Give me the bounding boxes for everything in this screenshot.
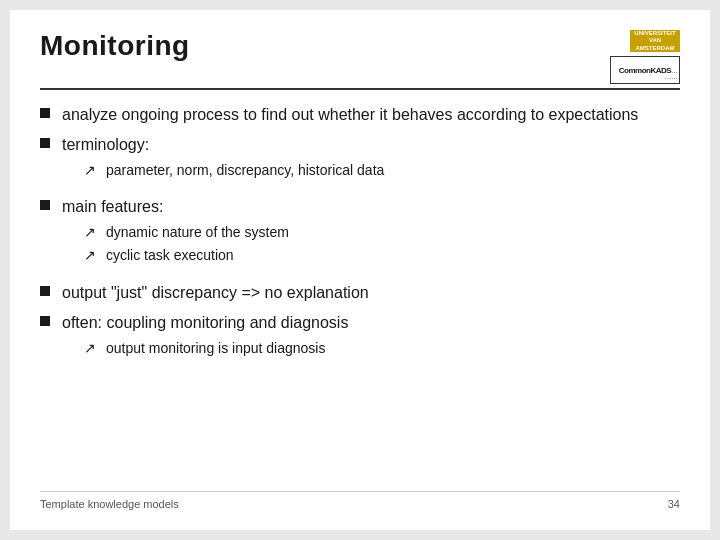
- bullet-text: output "just" discrepancy => no explanat…: [62, 282, 369, 304]
- bullet-item: terminology: ↗ parameter, norm, discrepa…: [40, 134, 680, 188]
- sub-text: dynamic nature of the system: [106, 223, 289, 243]
- sub-item: ↗ cyclic task execution: [84, 246, 289, 266]
- footer-page-number: 34: [668, 498, 680, 510]
- bullet-square-icon: [40, 138, 50, 148]
- arrow-icon: ↗: [84, 247, 96, 263]
- bullet-text: often: coupling monitoring and diagnosis: [62, 314, 348, 331]
- bullet-with-subs: often: coupling monitoring and diagnosis…: [62, 312, 348, 366]
- bullet-square-icon: [40, 108, 50, 118]
- sub-text: output monitoring is input diagnosis: [106, 339, 325, 359]
- sub-item: ↗ output monitoring is input diagnosis: [84, 339, 348, 359]
- arrow-icon: ↗: [84, 162, 96, 178]
- sub-list: ↗ parameter, norm, discrepancy, historic…: [84, 161, 384, 181]
- sub-item: ↗ parameter, norm, discrepancy, historic…: [84, 161, 384, 181]
- bullet-text: terminology:: [62, 136, 149, 153]
- header: Monitoring UNIVERSITEIT VAN AMSTERDAM Co…: [40, 30, 680, 84]
- bullet-with-subs: main features: ↗ dynamic nature of the s…: [62, 196, 289, 274]
- bullet-item: output "just" discrepancy => no explanat…: [40, 282, 680, 304]
- bullet-item: main features: ↗ dynamic nature of the s…: [40, 196, 680, 274]
- sub-item: ↗ dynamic nature of the system: [84, 223, 289, 243]
- commonkads-logo: CommonKADS · · · · · ·· · · · · ·: [610, 56, 680, 84]
- bullet-item: analyze ongoing process to find out whet…: [40, 104, 680, 126]
- bullet-text: analyze ongoing process to find out whet…: [62, 104, 638, 126]
- arrow-icon: ↗: [84, 340, 96, 356]
- sub-list: ↗ dynamic nature of the system ↗ cyclic …: [84, 223, 289, 266]
- bullet-square-icon: [40, 316, 50, 326]
- sub-text: parameter, norm, discrepancy, historical…: [106, 161, 384, 181]
- slide: Monitoring UNIVERSITEIT VAN AMSTERDAM Co…: [10, 10, 710, 530]
- bullet-square-icon: [40, 200, 50, 210]
- bullet-text: main features:: [62, 198, 163, 215]
- arrow-icon: ↗: [84, 224, 96, 240]
- footer-left-text: Template knowledge models: [40, 498, 179, 510]
- slide-title: Monitoring: [40, 30, 190, 62]
- bullet-with-subs: terminology: ↗ parameter, norm, discrepa…: [62, 134, 384, 188]
- header-divider: [40, 88, 680, 90]
- sub-list: ↗ output monitoring is input diagnosis: [84, 339, 348, 359]
- bullet-item: often: coupling monitoring and diagnosis…: [40, 312, 680, 366]
- footer: Template knowledge models 34: [40, 491, 680, 510]
- uva-logo: UNIVERSITEIT VAN AMSTERDAM: [630, 30, 680, 52]
- content-area: analyze ongoing process to find out whet…: [40, 104, 680, 491]
- sub-text: cyclic task execution: [106, 246, 234, 266]
- logos-area: UNIVERSITEIT VAN AMSTERDAM CommonKADS · …: [610, 30, 680, 84]
- bullet-square-icon: [40, 286, 50, 296]
- logo-dots: · · · · · ·· · · · · ·: [665, 69, 677, 81]
